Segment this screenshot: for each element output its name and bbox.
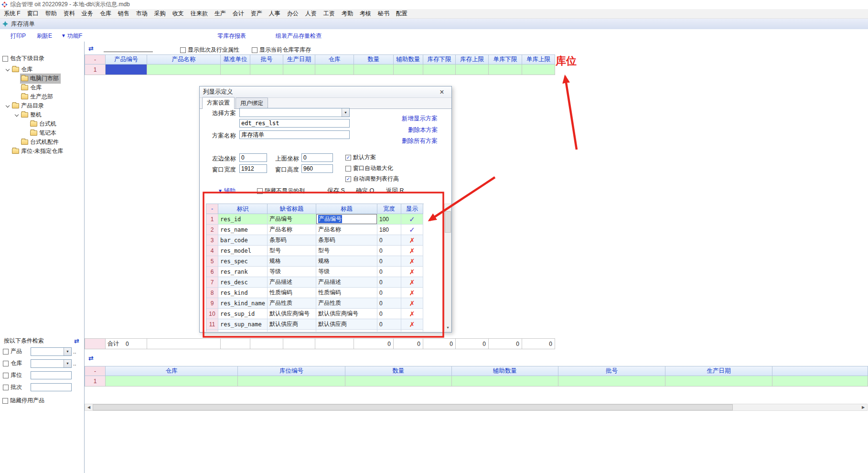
menu-item[interactable]: 会计 [229,8,247,19]
menu-item[interactable]: 市场 [133,8,151,19]
dialog-col-header[interactable]: 显示 [401,204,423,214]
width-cell[interactable]: 0 [377,256,401,267]
table-cell[interactable] [147,64,221,75]
swap-icon[interactable]: ⇄ [88,355,94,362]
aux-button[interactable]: ▼ 辅助 [218,187,236,195]
search-select-产品[interactable]: ▼ [31,347,72,356]
show-flag-cell[interactable]: ✗ [401,246,423,256]
menu-item[interactable]: 往来款 [187,8,211,19]
hide-disabled-checkbox[interactable]: 隐藏停用产品 [2,397,44,405]
show-flag-cell[interactable]: ✗ [401,309,423,319]
search-checkbox-仓库[interactable]: 仓库 [3,359,31,367]
width-cell[interactable]: 180 [377,225,401,235]
dialog-row-number[interactable]: 9 [206,298,218,309]
add-scheme-link[interactable]: 新增显示方案 [402,115,438,123]
menu-item[interactable]: 采购 [151,8,169,19]
chevron-down-icon[interactable] [5,66,11,73]
show-flag-cell[interactable]: ✗ [401,277,423,288]
dialog-row-number[interactable]: 5 [206,256,218,267]
detail-table-row[interactable]: 1 [85,376,868,387]
menu-item[interactable]: 工资 [320,8,338,19]
default-title-cell[interactable]: 规格 [268,256,316,267]
default-title-cell[interactable]: 默认供应商 [268,319,316,330]
dialog-row-number[interactable]: 8 [206,288,218,298]
tab-scheme-settings[interactable]: 方案设置 [202,97,235,109]
main-col-header[interactable]: 基准单位 [221,54,250,64]
dialog-grid-row[interactable]: 8res_kind性质编码性质编码0✗ [206,288,424,298]
tree-item-仓库[interactable]: 仓库 [0,65,84,74]
menu-item[interactable]: 系统 F [0,8,24,19]
window-height-input[interactable] [301,164,333,173]
search-checkbox-库位[interactable]: 库位 [3,371,31,379]
scheme-select[interactable]: ▼ [239,108,350,117]
tree-item-生产总部[interactable]: 生产总部 [0,92,84,101]
chevron-down-icon[interactable]: ▼ [64,348,71,355]
detail-cell[interactable] [558,376,665,387]
main-col-header[interactable]: 单库上限 [522,54,555,64]
dialog-row-number[interactable]: 11 [206,319,218,330]
tree-item-电脑门市部[interactable]: 电脑门市部 [0,74,84,83]
main-col-header[interactable]: 生产日期 [283,54,315,64]
dialog-row-number[interactable]: 3 [206,235,218,246]
hide-columns-checkbox[interactable]: 隐藏不显示的列 [257,187,305,195]
title-cell[interactable]: 产品名称 [316,225,377,235]
main-col-header[interactable]: 数量 [354,54,394,64]
title-cell[interactable]: 条形码 [316,235,377,246]
dialog-row-number[interactable]: 2 [206,225,218,235]
dialog-col-header[interactable]: 标题 [316,204,377,214]
default-scheme-checkbox[interactable]: 默认方案 [345,153,376,161]
dialog-col-header[interactable]: 缺省标题 [268,204,316,214]
menu-item[interactable]: 资料 [60,8,78,19]
field-id-cell[interactable]: res_sup_name [218,319,268,330]
show-flag-cell[interactable]: ✗ [401,288,423,298]
dialog-row-number[interactable]: 1 [206,214,218,225]
browse-dots[interactable]: .. [73,360,76,367]
dialog-grid-row[interactable]: 7res_desc产品描述产品描述0✗ [206,277,424,288]
main-col-header[interactable]: - [85,54,106,64]
dialog-grid-row[interactable]: 5res_spec规格规格0✗ [206,256,424,267]
delete-all-schemes-link[interactable]: 删除所有方案 [402,137,438,145]
field-id-cell[interactable]: res_spec [218,256,268,267]
auto-row-height-checkbox[interactable]: 自动调整列表行高 [345,175,399,183]
title-cell[interactable]: 规格 [316,256,377,267]
search-input-批次[interactable] [31,383,72,391]
default-title-cell[interactable]: 默认供应商编号 [268,309,316,319]
scheme-id-input[interactable] [239,119,350,128]
swap-icon[interactable]: ⇄ [88,45,94,52]
dialog-grid-row[interactable]: 10res_sup_id默认供应商编号默认供应商编号0✗ [206,309,424,319]
menu-item[interactable]: 销售 [115,8,133,19]
width-cell[interactable]: 0 [377,298,401,309]
tree-item-仓库[interactable]: 仓库 [0,83,84,92]
scrollbar-thumb[interactable] [93,404,733,410]
width-cell[interactable]: 0 [377,277,401,288]
main-col-header[interactable]: 产品编号 [106,54,147,64]
title-cell[interactable]: 产品性质 [316,298,377,309]
show-flag-cell[interactable]: ✓ [401,225,423,235]
scroll-right-icon[interactable]: ▶ [859,404,867,410]
tree-item-台式机[interactable]: 台式机 [0,119,84,129]
main-col-header[interactable]: 库存下限 [423,54,456,64]
show-flag-cell[interactable]: ✗ [401,235,423,246]
detail-cell[interactable] [238,376,345,387]
default-title-cell[interactable]: 条形码 [268,235,316,246]
table-cell[interactable] [283,64,315,75]
dialog-grid-row[interactable]: 4res_model型号型号0✗ [206,246,424,256]
detail-col-header[interactable]: 数量 [345,366,452,376]
menu-item[interactable]: 秘书 [375,8,393,19]
default-title-cell[interactable]: 型号 [268,246,316,256]
search-checkbox-产品[interactable]: 产品 [3,347,31,355]
top-coord-input[interactable] [301,153,333,162]
main-table-row[interactable]: 1 [85,64,555,75]
left-coord-input[interactable] [239,153,267,162]
detail-col-header[interactable]: - [85,366,106,376]
detail-row-number[interactable]: 1 [85,376,106,387]
include-sub-checkbox[interactable]: 包含下级目录 [2,54,44,63]
detail-col-header[interactable] [772,366,868,376]
default-title-cell[interactable]: 产品名称 [268,225,316,235]
search-select-仓库[interactable]: ▼ [31,359,72,368]
chevron-down-icon[interactable]: ▼ [64,360,71,367]
detail-cell[interactable] [772,376,868,387]
field-id-cell[interactable]: res_desc [218,277,268,288]
main-col-header[interactable]: 辅助数量 [394,54,423,64]
table-cell[interactable] [456,64,489,75]
